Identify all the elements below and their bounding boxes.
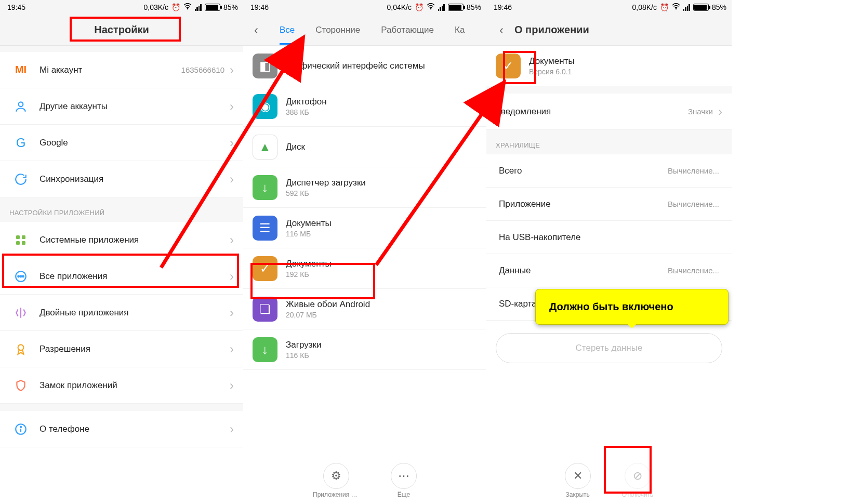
notify-value: Значки	[688, 107, 713, 116]
close-button[interactable]: ✕ Закрыть	[565, 463, 591, 498]
list-item[interactable]: Двойные приложения ›	[0, 295, 243, 331]
tabs-bar: ‹ ВсеСторонниеРаботающиеКа	[243, 15, 486, 46]
signal-icon	[195, 4, 202, 11]
row-title: О телефоне	[39, 424, 230, 434]
chevron-right-icon: ›	[718, 104, 722, 119]
app-row[interactable]: ↓ Загрузки 116 КБ	[243, 329, 486, 370]
row-title: Системные приложения	[39, 235, 230, 245]
section-header: ХРАНИЛИЩЕ	[486, 130, 732, 154]
list-item[interactable]: Замок приложений ›	[0, 367, 243, 404]
tab-0[interactable]: Все	[269, 25, 305, 35]
wifi-icon	[183, 3, 192, 12]
callout-must-be-enabled: Должно быть включено	[535, 289, 729, 325]
app-row[interactable]: ◧ Графический интерфейс системы	[243, 46, 486, 86]
storage-key: На USB-накопителе	[499, 232, 719, 243]
app-size: 20,07 МБ	[286, 311, 477, 319]
app-icon: ❏	[253, 297, 277, 322]
medal-icon	[9, 342, 32, 356]
alarm-icon: ⏰	[415, 3, 424, 11]
battery-pct: 85%	[712, 3, 726, 11]
dots-icon	[9, 270, 32, 283]
app-title: Диск	[286, 142, 477, 152]
svg-point-0	[187, 8, 189, 9]
svg-rect-5	[22, 241, 25, 245]
button-label: Приложения по умо…	[313, 491, 360, 498]
list-item[interactable]: G Google ›	[0, 125, 243, 161]
tab-1[interactable]: Сторонние	[305, 25, 370, 35]
svg-point-9	[22, 275, 24, 277]
app-title: Диспетчер загрузки	[286, 178, 477, 188]
app-row[interactable]: ☰ Документы 116 МБ	[243, 208, 486, 248]
back-button[interactable]: ‹	[488, 23, 514, 37]
back-button[interactable]: ‹	[243, 23, 269, 37]
bottom-button[interactable]: ⋯ Ёще	[391, 463, 417, 498]
disable-button[interactable]: ⊘ Отключить	[622, 463, 654, 498]
svg-point-7	[18, 275, 19, 277]
status-net: 0,04K/c	[387, 3, 411, 11]
status-net: 0,08K/c	[632, 3, 656, 11]
alarm-icon: ⏰	[171, 3, 180, 11]
section-header: НАСТРОЙКИ ПРИЛОЖЕНИЙ	[0, 197, 243, 222]
button-label: Ёще	[398, 491, 410, 498]
app-row[interactable]: ✓ Документы 192 КБ	[243, 248, 486, 289]
app-title: Графический интерфейс системы	[286, 61, 477, 71]
svg-point-10	[18, 344, 24, 350]
bottom-bar: ✕ Закрыть ⊘ Отключить	[486, 457, 732, 504]
battery-icon	[448, 4, 464, 11]
app-title: Загрузки	[286, 340, 477, 350]
list-item[interactable]: Все приложения ›	[0, 258, 243, 295]
chevron-right-icon: ›	[230, 422, 234, 436]
app-icon: ◧	[253, 54, 277, 78]
storage-key: Данные	[499, 266, 668, 276]
chevron-right-icon: ›	[230, 63, 234, 77]
list-item[interactable]: Синхронизация ›	[0, 161, 243, 197]
app-row[interactable]: ❏ Живые обои Android 20,07 МБ	[243, 289, 486, 329]
row-title: Другие аккаунты	[39, 101, 230, 112]
bottom-button[interactable]: ⚙ Приложения по умо…	[313, 463, 360, 498]
storage-row: Приложение Вычисление...	[486, 188, 732, 221]
chevron-right-icon: ›	[230, 136, 234, 150]
screen-all-apps: 19:46 0,04K/c ⏰ 85% ‹ ВсеСторонниеРабота…	[243, 0, 486, 504]
chevron-right-icon: ›	[230, 269, 234, 284]
wifi-icon	[427, 3, 435, 12]
app-icon: ☰	[253, 216, 277, 241]
svg-point-8	[20, 275, 22, 277]
screen-settings: 19:45 0,03K/c ⏰ 85% Настройки MI Mi акка…	[0, 0, 243, 504]
button-label: Отключить	[622, 491, 654, 498]
notifications-row[interactable]: Уведомления Значки ›	[486, 94, 732, 130]
list-item[interactable]: Системные приложения ›	[0, 222, 243, 258]
list-item[interactable]: Другие аккаунты ›	[0, 88, 243, 125]
app-title: Диктофон	[286, 97, 477, 107]
list-item[interactable]: MI Mi аккаунт 1635666610 ›	[0, 52, 243, 88]
app-size: 116 МБ	[286, 230, 477, 238]
status-net: 0,03K/c	[143, 3, 168, 11]
G-icon: G	[9, 136, 32, 150]
svg-point-14	[430, 8, 432, 9]
app-title: Документы	[286, 218, 477, 229]
page-title: О приложении	[514, 24, 589, 36]
list-item[interactable]: О телефоне ›	[0, 411, 243, 447]
chevron-right-icon: ›	[230, 172, 234, 187]
list-item[interactable]: Разрешения ›	[0, 331, 243, 367]
app-icon: ✓	[253, 256, 277, 281]
app-icon: ✓	[496, 54, 521, 78]
battery-pct: 85%	[467, 3, 481, 11]
battery-pct: 85%	[223, 3, 238, 11]
button-circle: ⋯	[391, 463, 417, 489]
tab-3[interactable]: Ка	[444, 25, 475, 35]
app-icon: ↓	[253, 337, 277, 362]
info-icon	[9, 422, 32, 436]
button-circle: ✕	[565, 463, 591, 489]
button-circle: ⊘	[625, 463, 651, 489]
button-circle: ⚙	[323, 463, 349, 489]
row-title: Замок приложений	[39, 380, 230, 391]
app-row[interactable]: ↓ Диспетчер загрузки 592 КБ	[243, 167, 486, 208]
app-row[interactable]: ◉ Диктофон 388 КБ	[243, 86, 486, 127]
chevron-right-icon: ›	[230, 99, 234, 114]
chevron-right-icon: ›	[230, 378, 234, 393]
lock-icon	[9, 379, 32, 392]
erase-data-button[interactable]: Стереть данные	[496, 333, 722, 363]
app-row[interactable]: ▲ Диск	[243, 127, 486, 167]
tab-2[interactable]: Работающие	[370, 25, 444, 35]
svg-rect-2	[16, 235, 20, 239]
